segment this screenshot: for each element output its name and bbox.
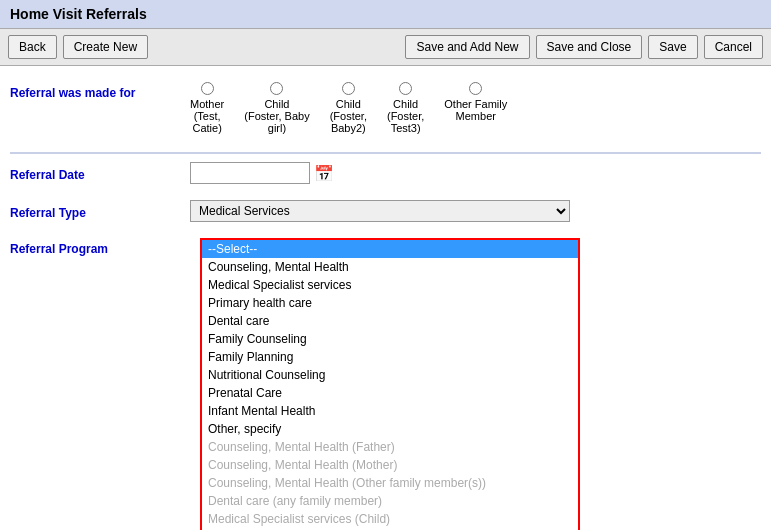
radio-child2: Child(Foster,Baby2)	[330, 82, 367, 134]
dropdown-item-14[interactable]: Dental care (any family member)	[202, 492, 578, 510]
referral-date-row: Referral Date 📅	[10, 158, 761, 188]
referral-made-for-radios: Mother(Test,Catie) Child(Foster, Babygir…	[190, 82, 507, 134]
dropdown-item-6[interactable]: Family Planning	[202, 348, 578, 366]
dropdown-item-13[interactable]: Counseling, Mental Health (Other family …	[202, 474, 578, 492]
main-content: Referral was made for Mother(Test,Catie)…	[0, 66, 771, 530]
referral-program-right: --Select--Counseling, Mental HealthMedic…	[200, 238, 761, 530]
toolbar: Back Create New Save and Add New Save an…	[0, 29, 771, 66]
save-add-new-button[interactable]: Save and Add New	[405, 35, 529, 59]
radio-child1-label: Child(Foster, Babygirl)	[244, 98, 309, 134]
radio-child3-label: Child(Foster,Test3)	[387, 98, 424, 134]
referral-program-list[interactable]: --Select--Counseling, Mental HealthMedic…	[202, 240, 578, 530]
radio-mother-input[interactable]	[201, 82, 214, 95]
radio-mother: Mother(Test,Catie)	[190, 82, 224, 134]
radio-child3-input[interactable]	[399, 82, 412, 95]
calendar-icon[interactable]: 📅	[314, 164, 334, 183]
referral-date-label: Referral Date	[10, 164, 190, 182]
radio-child1: Child(Foster, Babygirl)	[244, 82, 309, 134]
dropdown-item-1[interactable]: Counseling, Mental Health	[202, 258, 578, 276]
page-title: Home Visit Referrals	[0, 0, 771, 29]
radio-other-label: Other FamilyMember	[444, 98, 507, 122]
dropdown-item-11[interactable]: Counseling, Mental Health (Father)	[202, 438, 578, 456]
dropdown-item-15[interactable]: Medical Specialist services (Child)	[202, 510, 578, 528]
referral-program-left: Referral Program	[10, 238, 200, 256]
radio-child1-input[interactable]	[270, 82, 283, 95]
radio-child2-label: Child(Foster,Baby2)	[330, 98, 367, 134]
radio-child3: Child(Foster,Test3)	[387, 82, 424, 134]
dropdown-item-4[interactable]: Dental care	[202, 312, 578, 330]
dropdown-item-8[interactable]: Prenatal Care	[202, 384, 578, 402]
create-new-button[interactable]: Create New	[63, 35, 148, 59]
radio-other-input[interactable]	[469, 82, 482, 95]
referral-made-for-row: Referral was made for Mother(Test,Catie)…	[10, 76, 761, 140]
save-close-button[interactable]: Save and Close	[536, 35, 643, 59]
referral-date-input[interactable]	[190, 162, 310, 184]
referral-program-dropdown: --Select--Counseling, Mental HealthMedic…	[200, 238, 580, 530]
radio-child2-input[interactable]	[342, 82, 355, 95]
referral-program-label: Referral Program	[10, 238, 190, 256]
referral-program-row: Referral Program --Select--Counseling, M…	[10, 234, 761, 530]
dropdown-item-5[interactable]: Family Counseling	[202, 330, 578, 348]
back-button[interactable]: Back	[8, 35, 57, 59]
dropdown-item-9[interactable]: Infant Mental Health	[202, 402, 578, 420]
referral-type-row: Referral Type Medical Services	[10, 196, 761, 226]
save-button[interactable]: Save	[648, 35, 697, 59]
referral-type-select[interactable]: Medical Services	[190, 200, 570, 222]
radio-mother-label: Mother(Test,Catie)	[190, 98, 224, 134]
dropdown-item-10[interactable]: Other, specify	[202, 420, 578, 438]
dropdown-item-3[interactable]: Primary health care	[202, 294, 578, 312]
referral-date-wrapper: 📅	[190, 162, 334, 184]
dropdown-item-2[interactable]: Medical Specialist services	[202, 276, 578, 294]
dropdown-item-7[interactable]: Nutritional Counseling	[202, 366, 578, 384]
dropdown-item-0[interactable]: --Select--	[202, 240, 578, 258]
referral-made-for-label: Referral was made for	[10, 82, 190, 100]
radio-other: Other FamilyMember	[444, 82, 507, 134]
dropdown-item-12[interactable]: Counseling, Mental Health (Mother)	[202, 456, 578, 474]
referral-type-label: Referral Type	[10, 202, 190, 220]
cancel-button[interactable]: Cancel	[704, 35, 763, 59]
